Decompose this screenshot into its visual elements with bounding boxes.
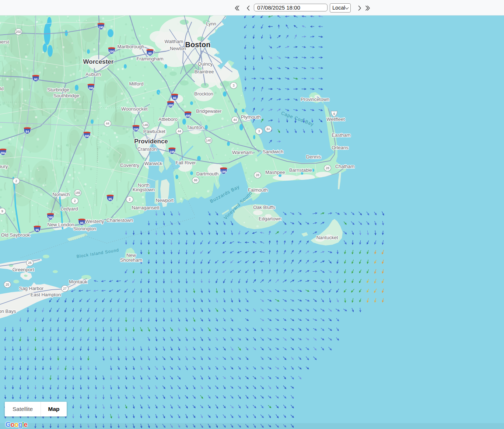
svg-text:Attleboro: Attleboro bbox=[158, 116, 178, 122]
svg-text:28: 28 bbox=[326, 166, 329, 170]
svg-text:Auburn: Auburn bbox=[85, 72, 101, 77]
svg-text:herst: herst bbox=[0, 39, 9, 45]
svg-text:Dennis: Dennis bbox=[306, 154, 321, 160]
svg-text:395: 395 bbox=[84, 134, 90, 138]
svg-text:3: 3 bbox=[258, 129, 260, 133]
svg-text:Milford: Milford bbox=[129, 81, 143, 87]
svg-text:88: 88 bbox=[194, 178, 197, 182]
svg-text:Boston: Boston bbox=[185, 41, 211, 49]
svg-text:495: 495 bbox=[168, 104, 173, 107]
svg-text:84: 84 bbox=[25, 130, 29, 133]
svg-text:Wareham: Wareham bbox=[232, 150, 253, 155]
svg-text:Edgartown: Edgartown bbox=[259, 216, 281, 222]
svg-text:Providence: Providence bbox=[134, 138, 168, 145]
svg-text:Ledyard: Ledyard bbox=[61, 206, 78, 212]
svg-text:Fall River: Fall River bbox=[176, 160, 196, 165]
svg-text:195: 195 bbox=[221, 170, 226, 174]
svg-text:Taunton: Taunton bbox=[187, 125, 204, 130]
svg-text:Kingstown: Kingstown bbox=[133, 187, 155, 192]
svg-text:Narragansett: Narragansett bbox=[132, 205, 160, 210]
svg-text:140: 140 bbox=[206, 139, 211, 142]
svg-text:44: 44 bbox=[106, 122, 109, 125]
svg-text:Waltham: Waltham bbox=[165, 39, 183, 44]
svg-text:Mashpee: Mashpee bbox=[265, 170, 285, 175]
svg-text:384: 384 bbox=[0, 151, 6, 155]
svg-text:Eastham: Eastham bbox=[332, 132, 350, 138]
svg-text:295: 295 bbox=[133, 128, 139, 131]
svg-text:Warwick: Warwick bbox=[144, 161, 162, 166]
svg-text:Southbridge: Southbridge bbox=[53, 93, 79, 98]
svg-text:Barnstable: Barnstable bbox=[289, 167, 312, 173]
svg-text:Dartmouth: Dartmouth bbox=[196, 171, 219, 177]
svg-text:Lynn: Lynn bbox=[206, 21, 216, 27]
svg-text:Oak Bluffs: Oak Bluffs bbox=[253, 205, 275, 210]
svg-text:28: 28 bbox=[256, 173, 259, 177]
svg-text:Westerly: Westerly bbox=[85, 219, 104, 224]
svg-text:Stonington: Stonington bbox=[73, 226, 96, 231]
svg-text:2: 2 bbox=[129, 198, 131, 201]
svg-text:Brockton: Brockton bbox=[194, 91, 213, 97]
svg-text:2: 2 bbox=[74, 199, 76, 203]
svg-text:Wellfleet: Wellfleet bbox=[326, 116, 345, 122]
svg-text:Coventry: Coventry bbox=[120, 163, 140, 168]
svg-text:Quincy: Quincy bbox=[198, 61, 213, 67]
svg-text:27: 27 bbox=[63, 287, 67, 290]
svg-text:44: 44 bbox=[233, 118, 237, 122]
svg-text:290: 290 bbox=[109, 50, 114, 53]
svg-text:195: 195 bbox=[169, 150, 175, 154]
svg-text:95: 95 bbox=[35, 228, 39, 232]
svg-text:90: 90 bbox=[34, 77, 38, 81]
svg-text:on Bays: on Bays bbox=[0, 308, 16, 314]
svg-text:44: 44 bbox=[178, 129, 181, 133]
svg-text:3: 3 bbox=[233, 84, 235, 87]
svg-text:Woonsocket: Woonsocket bbox=[121, 106, 148, 112]
svg-text:Provincetown: Provincetown bbox=[301, 97, 329, 102]
svg-text:3A: 3A bbox=[266, 127, 270, 131]
svg-text:Shoreham: Shoreham bbox=[120, 257, 142, 263]
svg-text:6: 6 bbox=[333, 112, 335, 116]
svg-text:Charlestown: Charlestown bbox=[106, 217, 133, 223]
svg-text:Nantucket: Nantucket bbox=[316, 235, 338, 240]
svg-text:2: 2 bbox=[15, 179, 17, 183]
svg-text:25: 25 bbox=[28, 261, 32, 265]
svg-text:90: 90 bbox=[148, 52, 152, 55]
svg-text:25: 25 bbox=[6, 283, 9, 286]
svg-text:Montauk: Montauk bbox=[69, 279, 87, 285]
svg-text:395: 395 bbox=[88, 86, 94, 90]
svg-text:Old Saybrook: Old Saybrook bbox=[1, 232, 30, 238]
svg-text:Chatham: Chatham bbox=[335, 164, 355, 169]
svg-text:Pawtucket: Pawtucket bbox=[143, 129, 165, 134]
svg-text:Worcester: Worcester bbox=[83, 58, 114, 65]
svg-text:Plymouth: Plymouth bbox=[241, 114, 261, 120]
svg-text:Framingham: Framingham bbox=[137, 56, 164, 62]
svg-text:Cranston: Cranston bbox=[137, 146, 157, 152]
svg-text:95: 95 bbox=[173, 96, 176, 100]
svg-text:190: 190 bbox=[98, 25, 104, 29]
svg-text:495: 495 bbox=[185, 114, 190, 118]
svg-text:95: 95 bbox=[80, 221, 84, 225]
svg-text:East Hampton: East Hampton bbox=[31, 292, 61, 297]
svg-text:9: 9 bbox=[1, 209, 3, 213]
svg-text:Bridgewater: Bridgewater bbox=[196, 108, 222, 114]
svg-text:395: 395 bbox=[48, 216, 53, 219]
svg-text:Braintree: Braintree bbox=[195, 69, 214, 74]
svg-text:Orleans: Orleans bbox=[332, 145, 349, 150]
svg-text:165: 165 bbox=[75, 191, 80, 195]
svg-text:nbury: nbury bbox=[0, 164, 8, 169]
svg-text:202: 202 bbox=[16, 30, 21, 34]
svg-text:Greenport: Greenport bbox=[13, 267, 34, 272]
svg-text:Sandwich: Sandwich bbox=[263, 149, 283, 154]
svg-text:Sag Harbor: Sag Harbor bbox=[19, 286, 44, 291]
svg-text:Norwich: Norwich bbox=[53, 192, 70, 197]
svg-text:146: 146 bbox=[143, 123, 148, 127]
svg-text:Newton: Newton bbox=[170, 46, 186, 51]
svg-text:Marlborough: Marlborough bbox=[118, 44, 144, 49]
svg-text:Sturbridge: Sturbridge bbox=[47, 87, 69, 93]
svg-text:Newport: Newport bbox=[156, 198, 174, 203]
svg-text:95: 95 bbox=[108, 197, 112, 201]
svg-text:ld: ld bbox=[0, 86, 3, 91]
svg-text:New London: New London bbox=[48, 222, 74, 227]
